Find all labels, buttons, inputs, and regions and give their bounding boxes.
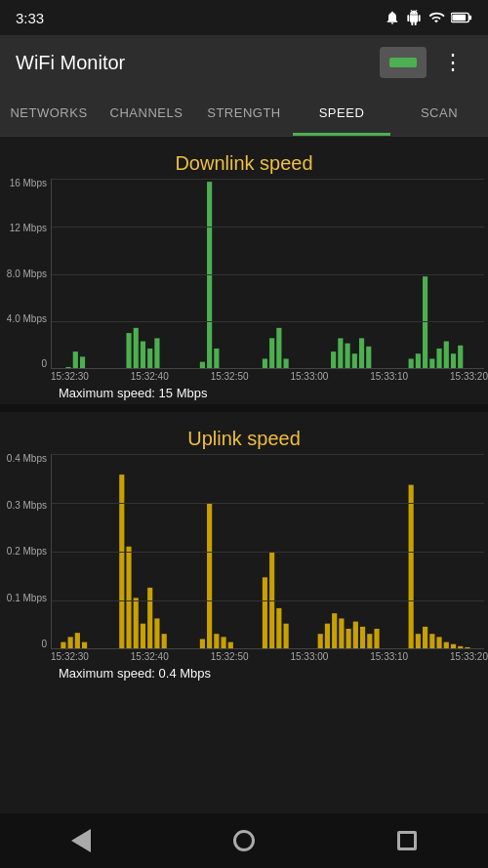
svg-rect-25 xyxy=(416,353,421,369)
svg-rect-50 xyxy=(276,608,281,649)
svg-rect-44 xyxy=(207,504,212,649)
svg-rect-53 xyxy=(325,624,330,649)
tab-strength[interactable]: STRENGTH xyxy=(195,90,293,136)
svg-rect-34 xyxy=(75,633,80,649)
uplink-x-labels: 15:32:30 15:32:40 15:32:50 15:33:00 15:3… xyxy=(0,651,488,662)
downlink-title: Downlink speed xyxy=(0,145,488,179)
home-icon xyxy=(233,830,255,851)
uplink-chart-area xyxy=(51,454,484,649)
uplink-section: Uplink speed 0.4 Mbps 0.3 Mbps 0.2 Mbps … xyxy=(0,412,488,684)
svg-rect-20 xyxy=(346,344,350,369)
svg-rect-62 xyxy=(416,634,421,649)
downlink-x-labels: 15:32:30 15:32:40 15:32:50 15:33:00 15:3… xyxy=(0,371,488,382)
main-content: Downlink speed 16 Mbps 12 Mbps 8.0 Mbps … xyxy=(0,137,488,684)
tab-bar: NETWORKS CHANNELS STRENGTH SPEED SCAN xyxy=(0,90,488,137)
bottom-nav xyxy=(0,813,488,868)
downlink-max-value: 15 Mbps xyxy=(159,386,208,400)
svg-rect-47 xyxy=(228,642,233,649)
svg-rect-22 xyxy=(359,338,364,369)
svg-rect-35 xyxy=(82,642,87,649)
battery-icon xyxy=(451,10,472,25)
downlink-chart-area xyxy=(51,179,484,369)
svg-rect-36 xyxy=(119,475,124,649)
svg-rect-30 xyxy=(451,353,456,369)
svg-rect-23 xyxy=(366,347,371,369)
svg-rect-69 xyxy=(465,647,469,649)
app-title: WiFi Monitor xyxy=(16,52,125,74)
svg-rect-37 xyxy=(126,547,131,649)
svg-rect-32 xyxy=(61,642,65,649)
svg-rect-65 xyxy=(436,637,441,649)
svg-rect-42 xyxy=(162,634,167,649)
home-button[interactable] xyxy=(221,817,267,864)
svg-rect-11 xyxy=(200,362,205,369)
downlink-max-speed: Maximum speed: 15 Mbps xyxy=(0,382,488,404)
app-bar-actions: ⋮ xyxy=(380,46,472,79)
svg-rect-2 xyxy=(452,15,466,21)
downlink-section: Downlink speed 16 Mbps 12 Mbps 8.0 Mbps … xyxy=(0,137,488,404)
back-button[interactable] xyxy=(58,817,104,864)
svg-rect-6 xyxy=(126,333,131,369)
svg-rect-56 xyxy=(346,629,351,649)
svg-rect-40 xyxy=(147,588,152,649)
svg-rect-52 xyxy=(318,634,323,649)
recents-icon xyxy=(397,831,417,850)
svg-rect-10 xyxy=(154,338,159,369)
svg-rect-66 xyxy=(444,642,449,649)
section-divider xyxy=(0,404,488,412)
svg-rect-21 xyxy=(352,353,357,369)
svg-rect-17 xyxy=(284,358,289,369)
svg-rect-15 xyxy=(269,338,274,369)
svg-rect-31 xyxy=(458,346,463,369)
svg-rect-33 xyxy=(68,637,73,649)
svg-rect-48 xyxy=(263,577,267,649)
tab-speed[interactable]: SPEED xyxy=(293,90,390,136)
svg-rect-9 xyxy=(147,349,152,369)
uplink-bars-svg xyxy=(51,454,484,649)
svg-rect-41 xyxy=(154,618,159,649)
svg-rect-26 xyxy=(423,276,427,369)
svg-rect-58 xyxy=(360,627,365,649)
svg-rect-45 xyxy=(214,634,219,649)
svg-rect-24 xyxy=(409,358,414,369)
svg-rect-3 xyxy=(65,367,70,369)
uplink-max-speed: Maximum speed: 0.4 Mbps xyxy=(0,662,488,684)
notification-icon xyxy=(385,10,400,25)
tab-scan[interactable]: SCAN xyxy=(390,90,488,136)
downlink-bars-svg xyxy=(51,179,484,369)
svg-rect-54 xyxy=(332,613,337,649)
status-time: 3:33 xyxy=(16,10,44,26)
svg-rect-39 xyxy=(141,624,145,649)
svg-rect-19 xyxy=(338,338,343,369)
svg-rect-14 xyxy=(263,358,267,369)
svg-rect-60 xyxy=(374,629,379,649)
tab-networks[interactable]: NETWORKS xyxy=(0,90,98,136)
svg-rect-49 xyxy=(269,552,274,649)
back-icon xyxy=(71,829,91,852)
signal-indicator xyxy=(389,58,417,67)
svg-rect-43 xyxy=(200,639,205,649)
svg-rect-12 xyxy=(207,182,212,369)
svg-rect-55 xyxy=(339,618,344,649)
svg-rect-68 xyxy=(458,646,463,649)
svg-rect-7 xyxy=(134,328,139,369)
svg-rect-51 xyxy=(284,624,289,649)
svg-rect-38 xyxy=(134,598,139,649)
status-icons xyxy=(385,10,472,25)
status-bar: 3:33 xyxy=(0,0,488,35)
svg-rect-57 xyxy=(353,622,358,649)
svg-rect-61 xyxy=(409,485,414,649)
recents-button[interactable] xyxy=(384,817,430,864)
svg-rect-1 xyxy=(468,16,471,21)
svg-rect-59 xyxy=(367,634,372,649)
svg-rect-18 xyxy=(331,351,336,369)
more-options-button[interactable]: ⋮ xyxy=(434,46,472,79)
svg-rect-16 xyxy=(276,328,281,369)
uplink-y-axis: 0.4 Mbps 0.3 Mbps 0.2 Mbps 0.1 Mbps 0 xyxy=(0,454,51,649)
android-icon xyxy=(406,10,422,25)
tab-channels[interactable]: CHANNELS xyxy=(98,90,195,136)
signal-icon xyxy=(427,10,445,25)
svg-rect-13 xyxy=(214,349,219,369)
signal-button[interactable] xyxy=(380,47,427,78)
uplink-title: Uplink speed xyxy=(0,420,488,454)
